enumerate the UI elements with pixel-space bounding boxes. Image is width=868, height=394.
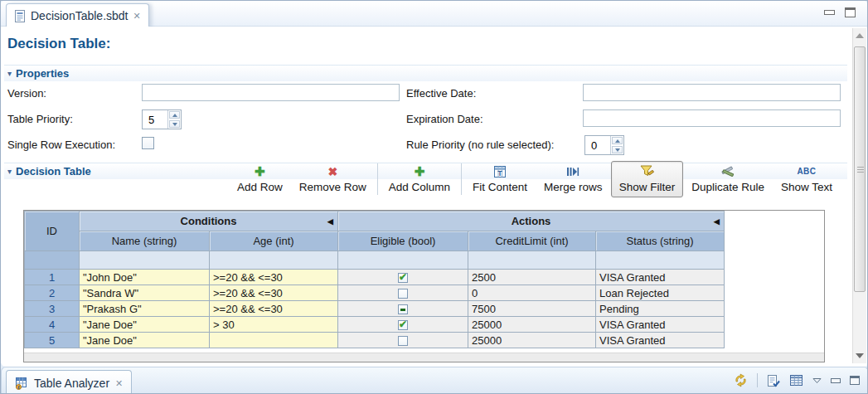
collapse-icon[interactable]: ▾ <box>7 167 12 176</box>
scroll-up-icon[interactable] <box>856 33 864 38</box>
table-row: 5 "Jane Doe" 25000 VISA Granted <box>25 333 725 348</box>
minimize-icon[interactable] <box>824 10 835 15</box>
fit-content-button[interactable]: T Fit Content <box>464 161 536 197</box>
name-cell[interactable]: "Jane Doe" <box>80 333 210 348</box>
editor-tab-title: DecisionTable.sbdt <box>31 9 129 22</box>
svg-text:T: T <box>497 169 502 178</box>
spin-down-button[interactable] <box>169 120 180 128</box>
column-header-eligible[interactable]: Eligible (bool) <box>338 231 468 251</box>
age-cell[interactable] <box>210 333 338 348</box>
close-icon[interactable]: ✕ <box>133 12 141 21</box>
column-header-creditlimit[interactable]: CreditLimit (int) <box>468 231 596 251</box>
id-column-header[interactable]: ID <box>25 212 80 251</box>
eligible-checkbox[interactable] <box>398 273 408 283</box>
add-row-button[interactable]: ✚ Add Row <box>229 161 291 197</box>
remove-row-button[interactable]: ✖ Remove Row <box>291 161 375 197</box>
filter-cell[interactable] <box>468 251 596 270</box>
rule-priority-spinner <box>584 135 624 155</box>
name-cell[interactable]: "Prakash G" <box>80 301 210 317</box>
eligible-checkbox[interactable] <box>398 336 408 346</box>
filter-cell[interactable] <box>210 251 338 270</box>
effective-date-label: Effective Date: <box>406 87 476 100</box>
duplicate-rule-button[interactable]: Duplicate Rule <box>683 161 773 197</box>
maximize-panel-icon[interactable] <box>850 376 860 385</box>
age-cell[interactable]: >=20 && <=30 <box>210 270 338 285</box>
editor-tab-bar: DecisionTable.sbdt ✕ <box>1 1 867 27</box>
filter-cell[interactable] <box>596 251 725 270</box>
column-header-name[interactable]: Name (string) <box>80 231 210 251</box>
spin-down-button[interactable] <box>612 146 623 153</box>
eligible-cell[interactable] <box>338 285 468 301</box>
creditlimit-cell[interactable]: 0 <box>468 285 596 301</box>
show-text-button[interactable]: ABC Show Text <box>773 161 841 197</box>
scrollbar-thumb[interactable] <box>854 46 866 292</box>
editor-scrollbar[interactable] <box>852 28 866 363</box>
row-id-cell[interactable]: 5 <box>25 333 80 348</box>
creditlimit-cell[interactable]: 25000 <box>468 317 596 333</box>
filter-cell[interactable] <box>25 251 80 270</box>
row-id-cell[interactable]: 4 <box>25 317 80 333</box>
creditlimit-cell[interactable]: 2500 <box>468 270 596 285</box>
conditions-group-label: Conditions <box>181 215 237 227</box>
status-cell[interactable]: VISA Granted <box>596 270 725 285</box>
status-cell[interactable]: Pending <box>596 301 725 317</box>
validate-report-icon[interactable] <box>767 374 780 387</box>
age-cell[interactable]: >=20 && <=30 <box>210 285 338 301</box>
eligible-checkbox[interactable] <box>398 289 408 299</box>
merge-rows-button[interactable]: Merge rows <box>536 161 611 197</box>
column-header-age[interactable]: Age (int) <box>210 231 338 251</box>
row-id-cell[interactable]: 3 <box>25 301 80 317</box>
rule-priority-input[interactable] <box>585 136 610 154</box>
age-cell[interactable]: > 30 <box>210 317 338 333</box>
sync-icon[interactable] <box>734 373 748 387</box>
name-cell[interactable]: "Jane Doe" <box>80 317 210 333</box>
toolbar-separator <box>377 163 378 195</box>
close-icon[interactable]: ✕ <box>115 379 123 388</box>
minimize-panel-icon[interactable] <box>831 378 841 383</box>
version-input[interactable] <box>142 84 400 101</box>
filter-cell[interactable] <box>80 251 210 270</box>
row-id-cell[interactable]: 2 <box>25 285 80 301</box>
collapse-icon[interactable]: ▾ <box>7 69 12 78</box>
table-priority-input[interactable] <box>143 110 167 129</box>
maximize-icon[interactable] <box>845 7 856 17</box>
spin-up-button[interactable] <box>169 111 180 119</box>
eligible-cell[interactable] <box>338 317 468 333</box>
add-column-button[interactable]: ✚ Add Column <box>381 161 458 197</box>
effective-date-input[interactable] <box>583 84 841 101</box>
spin-up-button[interactable] <box>612 137 623 144</box>
eligible-checkbox[interactable] <box>398 304 408 314</box>
creditlimit-cell[interactable]: 25000 <box>468 333 596 348</box>
age-cell[interactable]: >=20 && <=30 <box>210 301 338 317</box>
scroll-down-icon[interactable] <box>856 353 864 358</box>
actions-group-header[interactable]: Actions ◀ <box>338 212 725 231</box>
single-row-execution-checkbox[interactable] <box>142 137 154 149</box>
bottom-panel: f Table Analyzer ✕ <box>1 367 868 394</box>
name-cell[interactable]: "John Doe" <box>80 270 210 285</box>
status-cell[interactable]: VISA Granted <box>596 317 725 333</box>
row-id-cell[interactable]: 1 <box>25 270 80 285</box>
conditions-group-header[interactable]: Conditions ◀ <box>80 212 338 231</box>
eligible-cell[interactable] <box>338 301 468 317</box>
fit-content-icon: T <box>493 164 507 178</box>
editor-tab-decisiontable[interactable]: DecisionTable.sbdt ✕ <box>6 3 149 27</box>
show-filter-button[interactable]: Show Filter <box>611 161 684 197</box>
view-menu-chevron-icon[interactable] <box>812 377 822 384</box>
rule-priority-spin-buttons <box>610 136 623 154</box>
name-cell[interactable]: "Sandra W" <box>80 285 210 301</box>
creditlimit-cell[interactable]: 7500 <box>468 301 596 317</box>
table-analyzer-tab[interactable]: f Table Analyzer ✕ <box>6 370 132 394</box>
collapse-group-icon[interactable]: ◀ <box>714 217 720 226</box>
column-header-status[interactable]: Status (string) <box>596 231 725 251</box>
filter-cell[interactable] <box>338 251 468 270</box>
eligible-cell[interactable] <box>338 333 468 348</box>
table-row: 1 "John Doe" >=20 && <=30 2500 VISA Gran… <box>25 270 725 285</box>
eligible-checkbox[interactable] <box>398 320 408 330</box>
table-analyzer-tab-label: Table Analyzer <box>34 377 109 390</box>
collapse-group-icon[interactable]: ◀ <box>327 217 333 226</box>
status-cell[interactable]: VISA Granted <box>596 333 725 348</box>
table-view-icon[interactable] <box>789 374 803 387</box>
expiration-date-input[interactable] <box>583 109 841 127</box>
status-cell[interactable]: Loan Rejected <box>596 285 725 301</box>
eligible-cell[interactable] <box>338 270 468 285</box>
